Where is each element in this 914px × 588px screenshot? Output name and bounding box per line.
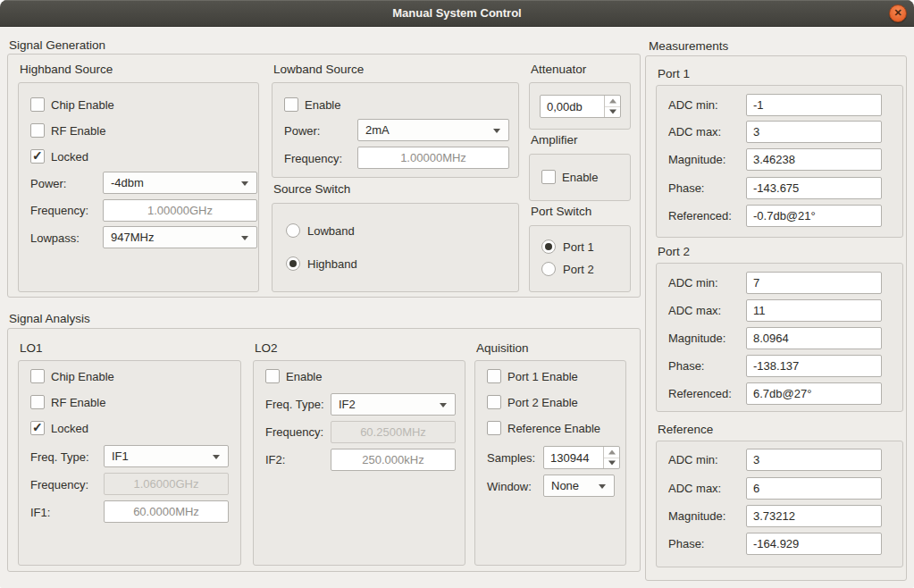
lo2-freq-type-value: IF2: [339, 398, 356, 411]
highband-source-title: Highband Source: [20, 62, 113, 77]
source-switch-highband-label: Highband: [307, 256, 357, 272]
highband-power-label: Power:: [30, 176, 66, 191]
signal-analysis-title: Signal Analysis: [9, 311, 90, 326]
port1-magnitude-field[interactable]: [746, 148, 882, 171]
reference-adc-min-label: ADC min:: [668, 452, 718, 467]
attenuator-value: 0,00db: [541, 96, 604, 117]
port-switch-port2-radio[interactable]: [541, 262, 556, 276]
port1-magnitude-label: Magnitude:: [668, 152, 725, 167]
amplifier-enable-checkbox[interactable]: [541, 170, 556, 184]
lo1-rf-enable-checkbox[interactable]: [30, 395, 45, 409]
lo1-rf-enable-label: RF Enable: [51, 395, 105, 410]
port1-adc-max-field[interactable]: [746, 121, 882, 143]
chevron-down-icon: [213, 455, 220, 459]
lowband-power-label: Power:: [284, 123, 320, 139]
spin-up-icon[interactable]: [605, 96, 620, 106]
lo1-chip-enable-checkbox[interactable]: [30, 369, 45, 383]
lo1-if1-input[interactable]: [104, 500, 229, 523]
reference-magnitude-label: Magnitude:: [668, 508, 725, 524]
port1-phase-label: Phase:: [668, 181, 704, 196]
port1-phase-field[interactable]: [746, 177, 882, 199]
window-title: Manual System Control: [0, 0, 914, 27]
chevron-down-icon: [440, 403, 447, 407]
lowband-frequency-label: Frequency:: [284, 151, 342, 166]
aquisition-window-value: None: [551, 479, 579, 492]
spin-up-icon[interactable]: [604, 447, 619, 458]
port-switch-title: Port Switch: [531, 204, 591, 219]
attenuator-spinbox[interactable]: 0,00db: [540, 95, 621, 118]
port2-referenced-field[interactable]: [746, 382, 882, 405]
lo1-freq-type-select[interactable]: IF1: [104, 445, 229, 467]
highband-locked-checkbox[interactable]: [30, 149, 45, 164]
lowband-enable-label: Enable: [305, 97, 340, 113]
reference-phase-field[interactable]: [746, 533, 882, 555]
port2-magnitude-field[interactable]: [746, 327, 882, 349]
chevron-down-icon: [599, 484, 606, 489]
lo2-frequency-input: [331, 421, 456, 443]
lo2-freq-type-select[interactable]: IF2: [331, 393, 456, 416]
highband-frequency-input[interactable]: [103, 199, 257, 222]
highband-power-select[interactable]: -4dbm: [103, 172, 257, 194]
title-bar[interactable]: Manual System Control ✕: [0, 0, 914, 27]
port1-adc-min-field[interactable]: [746, 94, 882, 116]
aquisition-window-select[interactable]: None: [543, 475, 615, 497]
highband-chip-enable-label: Chip Enable: [51, 97, 114, 113]
measurements-reference-title: Reference: [658, 422, 713, 437]
port2-phase-field[interactable]: [746, 355, 882, 377]
lo1-locked-label: Locked: [51, 421, 88, 436]
reference-adc-min-field[interactable]: [746, 449, 882, 471]
port2-adc-min-field[interactable]: [746, 272, 882, 294]
lo2-title: LO2: [255, 340, 278, 356]
lowband-enable-checkbox[interactable]: [284, 97, 298, 112]
signal-generation-title: Signal Generation: [9, 38, 105, 53]
lo1-frequency-input: [104, 473, 229, 495]
source-switch-lowband-radio[interactable]: [286, 223, 300, 238]
lowband-frequency-input[interactable]: [357, 147, 509, 169]
lo2-enable-label: Enable: [286, 369, 322, 384]
attenuator-spin-buttons: [604, 96, 620, 117]
source-switch-highband-radio[interactable]: [286, 256, 300, 271]
lo1-if1-label: IF1:: [30, 505, 50, 520]
port-switch-port1-label: Port 1: [563, 239, 594, 255]
highband-lowpass-value: 947MHz: [111, 231, 154, 244]
highband-lowpass-select[interactable]: 947MHz: [103, 226, 257, 248]
aquisition-port1-enable-checkbox[interactable]: [487, 369, 501, 383]
reference-magnitude-field[interactable]: [746, 505, 882, 527]
lo2-enable-checkbox[interactable]: [265, 369, 280, 383]
chevron-down-icon: [241, 181, 248, 186]
port-switch-port1-radio[interactable]: [541, 239, 556, 254]
lowband-power-select[interactable]: 2mA: [357, 119, 509, 141]
samples-spin-buttons: [603, 447, 619, 468]
aquisition-samples-value: 130944: [544, 447, 603, 468]
lo1-frequency-label: Frequency:: [30, 477, 88, 492]
highband-chip-enable-checkbox[interactable]: [30, 97, 45, 112]
spin-down-icon[interactable]: [604, 458, 619, 469]
highband-lowpass-label: Lowpass:: [30, 231, 80, 246]
close-button[interactable]: ✕: [889, 4, 907, 22]
lo1-locked-checkbox[interactable]: [30, 421, 45, 435]
port-switch-group: [529, 225, 631, 292]
aquisition-reference-enable-checkbox[interactable]: [487, 421, 501, 435]
measurements-port1-title: Port 1: [658, 66, 690, 81]
amplifier-title: Amplifier: [531, 132, 578, 147]
port2-adc-max-field[interactable]: [746, 299, 882, 322]
highband-rf-enable-checkbox[interactable]: [30, 123, 45, 138]
lo1-chip-enable-label: Chip Enable: [51, 369, 114, 384]
chevron-down-icon: [241, 236, 248, 240]
highband-frequency-label: Frequency:: [30, 203, 88, 218]
aquisition-samples-label: Samples:: [487, 450, 535, 466]
lo2-if2-input[interactable]: [331, 449, 456, 471]
spin-down-icon[interactable]: [605, 106, 620, 118]
app-window: Manual System Control ✕ Signal Generatio…: [0, 0, 914, 588]
aquisition-port2-enable-checkbox[interactable]: [487, 395, 501, 409]
aquisition-samples-spinbox[interactable]: 130944: [543, 446, 620, 469]
port1-referenced-field[interactable]: [746, 205, 882, 227]
port-switch-port2-label: Port 2: [563, 262, 594, 277]
aquisition-port1-enable-label: Port 1 Enable: [507, 369, 578, 384]
port2-adc-max-label: ADC max:: [668, 303, 721, 318]
source-switch-title: Source Switch: [273, 181, 350, 197]
port2-phase-label: Phase:: [668, 358, 704, 374]
reference-adc-max-field[interactable]: [746, 477, 882, 500]
highband-locked-label: Locked: [51, 149, 88, 164]
aquisition-port2-enable-label: Port 2 Enable: [507, 395, 578, 410]
